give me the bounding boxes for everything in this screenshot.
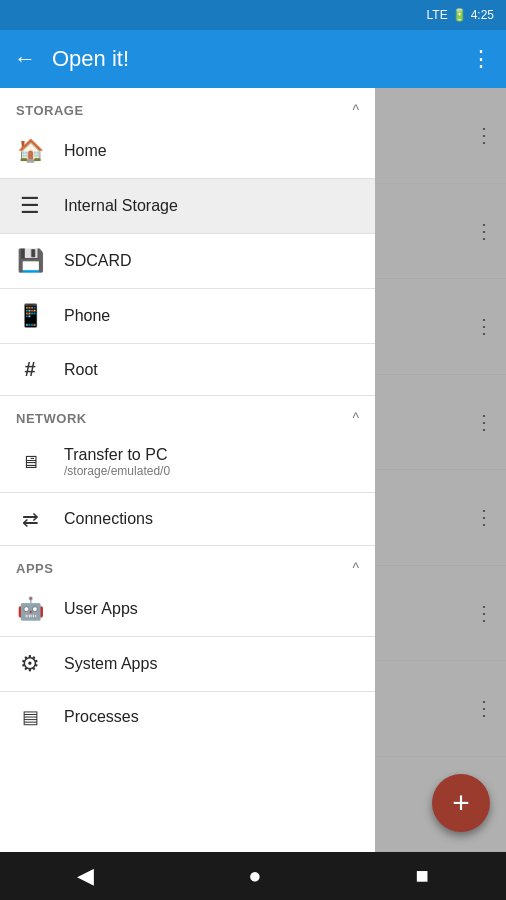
phone-icon: 📱 bbox=[16, 303, 44, 329]
sidebar-item-phone[interactable]: 📱 Phone bbox=[0, 289, 375, 343]
network-section-header: NETWORK ^ bbox=[0, 396, 375, 432]
processes-label: Processes bbox=[64, 708, 139, 726]
sidebar-item-transfer-to-pc[interactable]: 🖥 Transfer to PC /storage/emulated/0 bbox=[0, 432, 375, 492]
status-icons: LTE 🔋 4:25 bbox=[427, 8, 494, 22]
sidebar-item-connections[interactable]: ⇄ Connections bbox=[0, 493, 375, 545]
connections-icon: ⇄ bbox=[16, 507, 44, 531]
root-icon: # bbox=[16, 358, 44, 381]
storage-chevron-icon[interactable]: ^ bbox=[352, 102, 359, 118]
apps-section-header: APPS ^ bbox=[0, 546, 375, 582]
clock: 4:25 bbox=[471, 8, 494, 22]
root-label: Root bbox=[64, 361, 98, 379]
processes-icon: ▤ bbox=[16, 706, 44, 728]
sidebar-item-system-apps[interactable]: ⚙ System Apps bbox=[0, 637, 375, 691]
storage-section-header: STORAGE ^ bbox=[0, 88, 375, 124]
apps-section-label: APPS bbox=[16, 561, 53, 576]
sidebar-item-internal-storage[interactable]: ☰ Internal Storage bbox=[0, 179, 375, 233]
apps-chevron-icon[interactable]: ^ bbox=[352, 560, 359, 576]
right-row-5: ⋮ bbox=[375, 470, 506, 566]
overflow-menu-button[interactable]: ⋮ bbox=[470, 46, 492, 72]
right-row-2: ⋮ bbox=[375, 184, 506, 280]
right-row-4: ⋮ bbox=[375, 375, 506, 471]
right-row-1: ⋮ bbox=[375, 88, 506, 184]
user-apps-icon: 🤖 bbox=[16, 596, 44, 622]
row-overflow-7[interactable]: ⋮ bbox=[474, 696, 494, 720]
internal-storage-label: Internal Storage bbox=[64, 197, 178, 215]
status-bar: LTE 🔋 4:25 bbox=[0, 0, 506, 30]
main-layout: STORAGE ^ 🏠 Home ☰ Internal Storage 💾 SD… bbox=[0, 88, 506, 852]
transfer-label: Transfer to PC bbox=[64, 446, 170, 464]
sdcard-icon: 💾 bbox=[16, 248, 44, 274]
home-label: Home bbox=[64, 142, 107, 160]
right-row-6: ⋮ bbox=[375, 566, 506, 662]
sidebar: STORAGE ^ 🏠 Home ☰ Internal Storage 💾 SD… bbox=[0, 88, 375, 852]
phone-label: Phone bbox=[64, 307, 110, 325]
back-nav-icon[interactable]: ◀ bbox=[77, 863, 94, 889]
app-title: Open it! bbox=[52, 46, 454, 72]
row-overflow-4[interactable]: ⋮ bbox=[474, 410, 494, 434]
network-section-label: NETWORK bbox=[16, 411, 87, 426]
row-overflow-6[interactable]: ⋮ bbox=[474, 601, 494, 625]
internal-storage-icon: ☰ bbox=[16, 193, 44, 219]
transfer-icon: 🖥 bbox=[16, 452, 44, 473]
transfer-text-group: Transfer to PC /storage/emulated/0 bbox=[64, 446, 170, 478]
storage-section-label: STORAGE bbox=[16, 103, 84, 118]
sidebar-item-processes[interactable]: ▤ Processes bbox=[0, 692, 375, 742]
sdcard-label: SDCARD bbox=[64, 252, 132, 270]
user-apps-label: User Apps bbox=[64, 600, 138, 618]
system-apps-label: System Apps bbox=[64, 655, 157, 673]
app-bar: ← Open it! ⋮ bbox=[0, 30, 506, 88]
fab-add-button[interactable]: + bbox=[432, 774, 490, 832]
system-apps-icon: ⚙ bbox=[16, 651, 44, 677]
row-overflow-3[interactable]: ⋮ bbox=[474, 314, 494, 338]
sidebar-item-home[interactable]: 🏠 Home bbox=[0, 124, 375, 178]
right-row-7: ⋮ bbox=[375, 661, 506, 757]
row-overflow-2[interactable]: ⋮ bbox=[474, 219, 494, 243]
transfer-subtext: /storage/emulated/0 bbox=[64, 464, 170, 478]
signal-icon: LTE bbox=[427, 8, 448, 22]
sidebar-item-sdcard[interactable]: 💾 SDCARD bbox=[0, 234, 375, 288]
back-button[interactable]: ← bbox=[14, 46, 36, 72]
row-overflow-1[interactable]: ⋮ bbox=[474, 123, 494, 147]
home-icon: 🏠 bbox=[16, 138, 44, 164]
sidebar-item-user-apps[interactable]: 🤖 User Apps bbox=[0, 582, 375, 636]
row-overflow-5[interactable]: ⋮ bbox=[474, 505, 494, 529]
network-chevron-icon[interactable]: ^ bbox=[352, 410, 359, 426]
recents-nav-icon[interactable]: ■ bbox=[416, 863, 429, 889]
battery-icon: 🔋 bbox=[452, 8, 467, 22]
navigation-bar: ◀ ● ■ bbox=[0, 852, 506, 900]
home-nav-icon[interactable]: ● bbox=[248, 863, 261, 889]
sidebar-item-root[interactable]: # Root bbox=[0, 344, 375, 395]
right-row-3: ⋮ bbox=[375, 279, 506, 375]
connections-label: Connections bbox=[64, 510, 153, 528]
right-panel: ⋮ ⋮ ⋮ ⋮ ⋮ ⋮ ⋮ ⋮ + bbox=[375, 88, 506, 852]
